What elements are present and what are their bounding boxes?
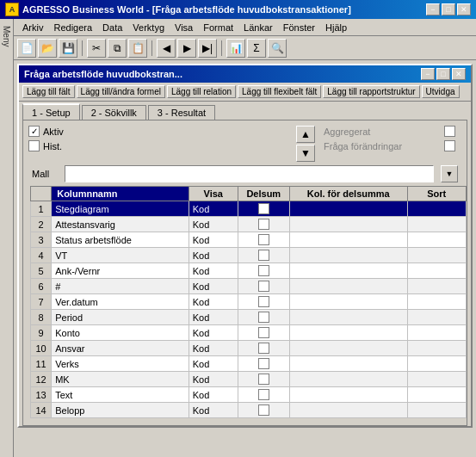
- row-visa: Kod: [189, 356, 238, 372]
- row-delsum[interactable]: [238, 341, 289, 356]
- menu-hjalp[interactable]: Hjälp: [320, 21, 352, 34]
- row-kol-delsumma: [289, 372, 407, 387]
- table-row[interactable]: 7Ver.datumKod: [31, 294, 467, 310]
- menu-format[interactable]: Format: [198, 21, 238, 34]
- toolbar-search[interactable]: 🔍: [268, 39, 287, 58]
- table-row[interactable]: 6#Kod: [31, 279, 467, 294]
- table-row[interactable]: 1StegdiagramKod: [31, 201, 467, 217]
- toolbar-open[interactable]: 📂: [38, 39, 57, 58]
- toolbar-copy[interactable]: ⧉: [108, 39, 127, 58]
- menu-arkiv[interactable]: Arkiv: [17, 21, 48, 34]
- toolbar-next[interactable]: ▶: [177, 39, 196, 58]
- aktiv-checkbox[interactable]: ✓: [28, 126, 40, 137]
- data-table: Kolumnnamn Visa Delsum Kol. för delsumma…: [30, 186, 467, 418]
- lagg-till-rapport-button[interactable]: Lägg till rapportstruktur: [323, 85, 419, 98]
- inner-maximize-button[interactable]: □: [436, 68, 450, 80]
- toolbar-paste[interactable]: 📋: [128, 39, 147, 58]
- row-name: Verks: [52, 356, 189, 372]
- table-row[interactable]: 3Status arbetsflödeKod: [31, 232, 467, 248]
- mall-input[interactable]: [65, 165, 434, 182]
- row-delsum[interactable]: [238, 356, 289, 372]
- table-row[interactable]: 11VerksKod: [31, 356, 467, 372]
- close-button[interactable]: ✕: [457, 3, 471, 15]
- row-name: MK: [52, 372, 189, 387]
- menu-verktyg[interactable]: Verktyg: [127, 21, 170, 34]
- table-row[interactable]: 5Ank-/VernrKod: [31, 263, 467, 279]
- row-sort: [407, 356, 466, 372]
- table-row[interactable]: 4VTKod: [31, 248, 467, 263]
- table-row[interactable]: 2AttestansvarigKod: [31, 217, 467, 232]
- lagg-till-flexibelt-button[interactable]: Lägg till flexibelt fält: [238, 85, 321, 98]
- table-row[interactable]: 12MKKod: [31, 372, 467, 387]
- lagg-till-falt-button[interactable]: Lägg till fält: [22, 85, 75, 98]
- row-delsum[interactable]: [238, 263, 289, 279]
- row-delsum[interactable]: [238, 372, 289, 387]
- row-delsum[interactable]: [238, 310, 289, 325]
- row-delsum[interactable]: [238, 279, 289, 294]
- row-delsum[interactable]: [238, 294, 289, 310]
- menu-redigera[interactable]: Redigera: [48, 21, 97, 34]
- lagg-till-relation-button[interactable]: Lägg till relation: [167, 85, 236, 98]
- table-row[interactable]: 10AnsvarKod: [31, 341, 467, 356]
- menu-visa[interactable]: Visa: [170, 21, 198, 34]
- menu-lankar[interactable]: Länkar: [238, 21, 278, 34]
- row-name: Ank-/Vernr: [52, 263, 189, 279]
- row-delsum[interactable]: [238, 387, 289, 403]
- maximize-button[interactable]: □: [442, 3, 455, 15]
- toolbar-new[interactable]: 📄: [17, 39, 36, 58]
- toolbar: 📄 📂 💾 ✂ ⧉ 📋 ◀ ▶ ▶| 📊 Σ 🔍: [14, 36, 476, 60]
- row-sort: [407, 403, 466, 418]
- inner-window: Fråga arbetsflöde huvudbokstran... − □ ✕…: [17, 64, 473, 428]
- inner-title-controls: − □ ✕: [421, 68, 466, 80]
- row-kol-delsumma: [289, 403, 407, 418]
- row-kol-delsumma: [289, 217, 407, 232]
- row-delsum[interactable]: [238, 232, 289, 248]
- tab-setup[interactable]: 1 - Setup: [22, 103, 80, 120]
- header-kolumnnamn: Kolumnnamn: [52, 187, 189, 201]
- mall-dropdown[interactable]: ▼: [441, 165, 458, 182]
- toolbar-sep1: [82, 40, 83, 56]
- toolbar-sep2: [151, 40, 152, 56]
- toolbar-save[interactable]: 💾: [59, 39, 77, 58]
- row-kol-delsumma: [289, 232, 407, 248]
- arrow-down-button[interactable]: ▼: [296, 145, 315, 162]
- row-delsum[interactable]: [238, 248, 289, 263]
- arrow-up-button[interactable]: ▲: [296, 126, 315, 143]
- hist-checkbox[interactable]: [28, 140, 40, 151]
- row-delsum[interactable]: [238, 325, 289, 341]
- inner-title-bar: Fråga arbetsflöde huvudbokstran... − □ ✕: [19, 65, 471, 83]
- row-visa: Kod: [189, 294, 238, 310]
- fraga-forandringar-checkbox[interactable]: [444, 140, 455, 151]
- lagg-till-formel-button[interactable]: Lägg till/ändra formel: [77, 85, 165, 98]
- row-visa: Kod: [189, 387, 238, 403]
- app-icon: A: [5, 3, 19, 16]
- menu-fonster[interactable]: Fönster: [278, 21, 320, 34]
- inner-minimize-button[interactable]: −: [421, 68, 435, 80]
- row-delsum[interactable]: [238, 217, 289, 232]
- row-delsum[interactable]: [238, 201, 289, 217]
- row-visa: Kod: [189, 217, 238, 232]
- tab-sokvillk[interactable]: 2 - Sökvillk: [82, 105, 146, 120]
- toolbar-sum[interactable]: Σ: [247, 39, 266, 58]
- row-name: Ansvar: [52, 341, 189, 356]
- toolbar-prev[interactable]: ◀: [157, 39, 176, 58]
- table-row[interactable]: 8PeriodKod: [31, 310, 467, 325]
- aggregerat-checkbox[interactable]: [444, 126, 455, 137]
- inner-close-button[interactable]: ✕: [452, 68, 466, 80]
- toolbar-cut[interactable]: ✂: [87, 39, 106, 58]
- menu-data[interactable]: Data: [97, 21, 127, 34]
- toolbar-end[interactable]: ▶|: [198, 39, 217, 58]
- table-row[interactable]: 14BeloppKod: [31, 403, 467, 418]
- table-row[interactable]: 9KontoKod: [31, 325, 467, 341]
- row-visa: Kod: [189, 248, 238, 263]
- row-sort: [407, 294, 466, 310]
- row-name: VT: [52, 248, 189, 263]
- tab-resultat[interactable]: 3 - Resultat: [148, 105, 215, 120]
- table-row[interactable]: 13TextKod: [31, 387, 467, 403]
- row-kol-delsumma: [289, 263, 407, 279]
- row-kol-delsumma: [289, 201, 407, 217]
- row-delsum[interactable]: [238, 403, 289, 418]
- toolbar-chart[interactable]: 📊: [226, 39, 245, 58]
- utvidga-button[interactable]: Utvidga: [422, 85, 460, 98]
- minimize-button[interactable]: −: [426, 3, 440, 15]
